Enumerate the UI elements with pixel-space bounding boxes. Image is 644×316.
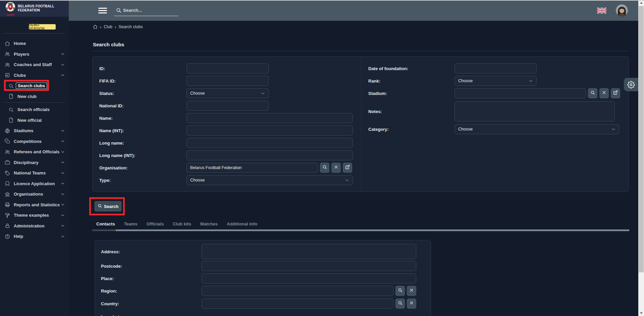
field-name-input[interactable] — [186, 113, 353, 123]
search-icon — [8, 83, 14, 89]
sidebar-item-new-club[interactable]: New club — [0, 91, 69, 102]
sidebar-item-label: Search clubs — [16, 83, 47, 89]
field-stadium-clear-button[interactable] — [599, 88, 609, 98]
search-button[interactable]: Search — [95, 201, 121, 211]
breadcrumb-club[interactable]: Club — [104, 24, 112, 29]
sidebar-item-label: Home — [14, 41, 26, 46]
sidebar-item-competitions[interactable]: Competitions — [0, 136, 69, 147]
search-icon — [116, 7, 121, 14]
tab-matches[interactable]: Matches — [200, 221, 218, 226]
sidebar-item-new-official[interactable]: New official — [0, 115, 69, 126]
globe-icon — [5, 128, 10, 134]
field-status-select[interactable]: Choose — [186, 88, 269, 98]
field-value: Choose — [190, 178, 205, 182]
field-organisation-input[interactable]: Belarus Football Federation — [186, 163, 318, 173]
contacts-place-label: Place: — [101, 273, 114, 283]
search-icon — [98, 204, 102, 209]
chevron-down-icon — [60, 202, 65, 207]
global-search-input[interactable]: Search... — [114, 6, 178, 16]
contacts-country-input[interactable] — [202, 299, 393, 309]
sidebar-item-help[interactable]: Help — [0, 231, 69, 242]
contacts-country-search-button[interactable] — [395, 299, 405, 309]
contacts-country-label: Country: — [101, 299, 119, 309]
field-long-name-input[interactable] — [186, 138, 353, 148]
sidebar-item-search-officials[interactable]: Search officials — [0, 104, 69, 115]
field-stadium-input[interactable] — [454, 88, 586, 98]
sidebar-item-coaches-and-staff[interactable]: Coaches and Staff — [0, 59, 69, 70]
field-date-of-foundation-input[interactable] — [454, 63, 537, 73]
chevron-down-icon — [60, 192, 65, 197]
sidebar-item-disciplinary[interactable]: Disciplinary — [0, 157, 69, 168]
field-stadium-open-button[interactable] — [611, 88, 620, 98]
tab-contacts[interactable]: Contacts — [96, 221, 115, 226]
field-national-id-input[interactable] — [186, 101, 269, 111]
users-icon — [5, 62, 10, 67]
sidebar-item-label: Search officials — [17, 107, 50, 112]
field-rank-select[interactable]: Choose — [454, 76, 537, 86]
sidebar-item-search-clubs[interactable]: Search clubs — [0, 81, 69, 91]
vertical-scrollbar[interactable] — [638, 0, 644, 316]
chevron-down-icon — [344, 178, 350, 183]
tab-teams[interactable]: Teams — [124, 221, 138, 226]
sidebar-item-home[interactable]: Home — [0, 38, 69, 49]
sidebar-item-label: Stadiums — [14, 128, 34, 133]
tag-icon — [5, 170, 10, 176]
sidebar-item-administration[interactable]: Administration — [0, 221, 69, 231]
sidebar-item-referees-and-officials[interactable]: Referees and Officials — [0, 147, 69, 157]
field-organisation-search-button[interactable] — [320, 163, 329, 173]
contacts-region-clear-button[interactable] — [407, 286, 416, 296]
scroll-up-button[interactable] — [638, 0, 644, 6]
contacts-country-clear-button[interactable] — [407, 299, 416, 309]
contacts-region-search-button[interactable] — [395, 286, 405, 296]
field-long-name-int-input[interactable] — [186, 150, 353, 160]
settings-button[interactable] — [624, 78, 638, 91]
federation-crest-icon: АБФФ — [3, 1, 17, 16]
field-value: Belarus Football Federation — [190, 165, 242, 170]
field-rank-label: Rank: — [368, 76, 380, 86]
sidebar-item-organisations[interactable]: Organisations — [0, 189, 69, 200]
scrollbar-thumb[interactable] — [639, 6, 644, 272]
close-icon — [334, 165, 338, 171]
search-form-card: ID:FIFA ID:Status:ChooseNational ID:Name… — [92, 56, 629, 192]
field-organisation-open-button[interactable] — [343, 163, 352, 173]
menu-toggle-button[interactable] — [98, 8, 107, 13]
contacts-address-textarea[interactable] — [202, 244, 416, 259]
chevron-down-icon — [60, 181, 65, 186]
language-flag-icon[interactable] — [597, 7, 606, 14]
copy-icon — [5, 139, 10, 144]
field-id-input[interactable] — [186, 63, 269, 73]
sidebar-item-clubs[interactable]: Clubs — [0, 70, 69, 81]
sidebar-item-stadiums[interactable]: Stadiums — [0, 125, 69, 136]
contacts-postcode-input[interactable] — [202, 261, 416, 271]
field-stadium-search-button[interactable] — [588, 88, 597, 98]
field-fifa-id-input[interactable] — [186, 76, 269, 86]
breadcrumb-search-clubs[interactable]: Search clubs — [118, 24, 143, 29]
sidebar-item-licence-application[interactable]: Licence Application — [0, 178, 69, 189]
scroll-down-button[interactable] — [638, 310, 644, 316]
sidebar-item-reports-and-statistics[interactable]: Reports and Statistics — [0, 200, 69, 210]
active-tab-indicator — [92, 229, 116, 231]
field-organisation-label: Organisation: — [99, 163, 128, 173]
tab-additional-info[interactable]: Additional info — [227, 221, 257, 226]
sidebar-item-players[interactable]: Players — [0, 49, 69, 60]
user-avatar[interactable] — [616, 4, 628, 16]
tab-officials[interactable]: Officials — [147, 221, 164, 226]
field-category-select[interactable]: Choose — [454, 124, 619, 134]
breadcrumb: ›Club›Search clubs — [93, 24, 143, 30]
home-icon[interactable] — [93, 24, 98, 29]
field-value: Choose — [190, 91, 205, 96]
field-type-select[interactable]: Choose — [186, 175, 353, 185]
field-name-int-input[interactable] — [186, 125, 353, 136]
contacts-region-input[interactable] — [202, 286, 393, 296]
field-name-int-label: Name (INT): — [99, 125, 124, 136]
sidebar-menu: HomePlayersCoaches and StaffClubsSearch … — [0, 38, 69, 242]
field-notes-textarea[interactable] — [454, 101, 615, 121]
contacts-place-input[interactable] — [202, 273, 416, 283]
global-search-placeholder: Search... — [123, 8, 142, 13]
field-organisation-clear-button[interactable] — [331, 163, 341, 173]
app: АБФФ BELARUS FOOTBALL FEDERATION DEMO VE… — [0, 0, 644, 316]
sidebar-item-theme-examples[interactable]: Theme examples — [0, 210, 69, 221]
chevron-down-icon — [60, 171, 65, 175]
sidebar-item-national-teams[interactable]: National Teams — [0, 168, 69, 178]
tab-club-kits[interactable]: Club kits — [173, 221, 191, 226]
